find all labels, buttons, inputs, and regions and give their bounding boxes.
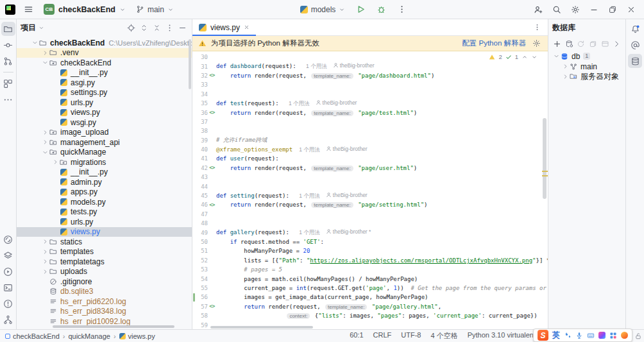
- tool-structure-button[interactable]: [1, 76, 15, 90]
- tool-more-button[interactable]: [1, 92, 15, 107]
- tree-item-apps.py[interactable]: apps.py: [17, 187, 192, 198]
- chevron-right-icon[interactable]: [41, 49, 49, 56]
- chevron-down-icon[interactable]: [552, 53, 560, 60]
- tab-views-py[interactable]: views.py: [192, 19, 256, 35]
- banner-settings-button[interactable]: [530, 38, 542, 49]
- tree-item-.gitignore[interactable]: .gitignore: [17, 277, 192, 287]
- tree-item-management_api[interactable]: management_api: [17, 137, 192, 148]
- chevron-right-icon[interactable]: [561, 63, 569, 71]
- related-symbol-gutter-icon[interactable]: <>: [208, 304, 216, 309]
- tool-commit-button[interactable]: [1, 38, 15, 52]
- ime-grid-icon[interactable]: [609, 332, 617, 339]
- tree-item-migrations[interactable]: migrations: [17, 157, 192, 167]
- db-data-source-properties-button[interactable]: [564, 38, 574, 49]
- inspections-widget[interactable]: 2 1: [489, 53, 538, 60]
- tree-vertical-scrollbar[interactable]: [189, 39, 191, 89]
- warning-stripe-mark[interactable]: [542, 171, 548, 172]
- debug-button[interactable]: [373, 2, 389, 17]
- tree-item-views.py[interactable]: views.py: [17, 108, 192, 118]
- db-item-main[interactable]: main: [548, 62, 625, 72]
- related-symbol-gutter-icon[interactable]: <>: [208, 202, 216, 208]
- branch-selector[interactable]: main: [133, 4, 176, 15]
- panel-more-vertical-button[interactable]: [164, 22, 175, 33]
- tree-item-templates[interactable]: templates: [17, 247, 192, 257]
- tree-item-settings.py[interactable]: settings.py: [17, 88, 192, 98]
- ime-skin-icon[interactable]: [598, 332, 606, 339]
- chevron-right-icon[interactable]: [41, 139, 49, 146]
- configure-interpreter-link[interactable]: 配置 Python 解释器: [462, 38, 526, 48]
- status-widget[interactable]: CRLF: [373, 331, 392, 341]
- chevron-right-icon[interactable]: [51, 158, 59, 166]
- code-editor[interactable]: 3031def dashboard(request): 1 个用法theBig-…: [192, 51, 548, 329]
- tool-git-branch-button[interactable]: [1, 312, 15, 327]
- tool-notifications-button[interactable]: [628, 22, 642, 36]
- tool-python-packages-button[interactable]: [1, 232, 15, 246]
- ime-language-toggle[interactable]: 英: [552, 330, 560, 341]
- settings-button[interactable]: [568, 2, 583, 17]
- breadcrumb-item[interactable]: checkBackEnd: [5, 332, 60, 340]
- tree-item-admin.py[interactable]: admin.py: [17, 177, 192, 187]
- tree-item-uploads[interactable]: uploads: [17, 267, 192, 277]
- run-config-selector[interactable]: models: [298, 4, 348, 15]
- chevron-up-icon[interactable]: [521, 54, 528, 60]
- status-widget[interactable]: Python 3.10 virtualen: [468, 331, 534, 341]
- chevron-right-icon[interactable]: [41, 128, 49, 136]
- more-actions-button[interactable]: [394, 2, 409, 17]
- tree-item-tests.py[interactable]: tests.py: [17, 207, 192, 218]
- chevron-down-icon[interactable]: [31, 39, 38, 47]
- panel-hide-button[interactable]: [176, 22, 188, 33]
- tool-services-button[interactable]: [1, 264, 15, 278]
- related-symbol-gutter-icon[interactable]: <>: [208, 110, 216, 115]
- tree-item-checkBackEnd[interactable]: checkBackEndC:\Users\LvZhifeng\Desktop\q…: [17, 38, 192, 48]
- unlock-icon[interactable]: [634, 332, 642, 340]
- tree-horizontal-scrollbar[interactable]: [53, 325, 174, 328]
- breadcrumb-item[interactable]: quickManage: [68, 332, 110, 340]
- ime-mic-icon[interactable]: [575, 332, 583, 339]
- related-symbol-gutter-icon[interactable]: <>: [208, 73, 216, 78]
- panel-collapse-all-button[interactable]: [151, 22, 162, 33]
- chevron-right-icon[interactable]: [41, 268, 49, 275]
- search-everywhere-button[interactable]: [549, 2, 564, 17]
- chevron-down-icon[interactable]: [531, 54, 538, 60]
- close-button[interactable]: [623, 2, 639, 17]
- tool-problems-button[interactable]: [1, 296, 15, 311]
- status-widget[interactable]: 4 个空格: [430, 331, 457, 341]
- status-widget[interactable]: UTF-8: [401, 331, 421, 341]
- ime-emoji-icon[interactable]: [621, 332, 628, 339]
- tab-list-button[interactable]: [527, 19, 548, 35]
- chevron-down-icon[interactable]: [41, 148, 49, 156]
- minimize-button[interactable]: [586, 2, 602, 17]
- code-with-me-button[interactable]: [530, 2, 546, 17]
- chevron-right-icon[interactable]: [41, 248, 49, 255]
- editor-vertical-scrollbar[interactable]: [543, 118, 547, 199]
- db-item-db[interactable]: db1: [548, 51, 625, 62]
- chevron-right-icon[interactable]: [41, 238, 49, 246]
- tree-item-__init__.py[interactable]: __init__.py: [17, 68, 192, 78]
- tab-close-icon[interactable]: [244, 24, 250, 30]
- run-button[interactable]: [353, 2, 368, 17]
- tree-item-asgi.py[interactable]: asgi.py: [17, 78, 192, 88]
- sogou-logo-icon[interactable]: S: [538, 330, 548, 341]
- tree-item-templatetags[interactable]: templatetags: [17, 257, 192, 267]
- tree-item-image_upload[interactable]: image_upload: [17, 128, 192, 138]
- warning-stripe-mark[interactable]: [542, 175, 548, 176]
- panel-expand-all-button[interactable]: [138, 22, 149, 33]
- chevron-down-icon[interactable]: [41, 59, 49, 67]
- tree-item-hs_err_pid8348.log[interactable]: hs_err_pid8348.log: [17, 307, 192, 317]
- ime-punct-icon[interactable]: [564, 332, 572, 339]
- tool-terminal-button[interactable]: [1, 280, 15, 295]
- tree-item-urls.py[interactable]: urls.py: [17, 217, 192, 227]
- chevron-right-icon[interactable]: [561, 73, 569, 80]
- status-widget[interactable]: 60:1: [350, 331, 363, 341]
- tool-version-control-button[interactable]: [1, 54, 15, 68]
- tool-project-button[interactable]: [1, 22, 15, 36]
- ime-keyboard-icon[interactable]: [587, 332, 595, 339]
- db-chevron-right-button[interactable]: [612, 38, 622, 49]
- tree-item-quickManage[interactable]: quickManage: [17, 148, 192, 158]
- tree-item-views.py[interactable]: views.py: [17, 227, 192, 237]
- tree-item-.venv[interactable]: .venv: [17, 48, 192, 58]
- tree-item-wsgi.py[interactable]: wsgi.py: [17, 117, 192, 128]
- tree-item-models.py[interactable]: models.py: [17, 197, 192, 207]
- tree-item-checkBackEnd[interactable]: checkBackEnd: [17, 58, 192, 68]
- tree-item-__init__.py[interactable]: __init__.py: [17, 167, 192, 178]
